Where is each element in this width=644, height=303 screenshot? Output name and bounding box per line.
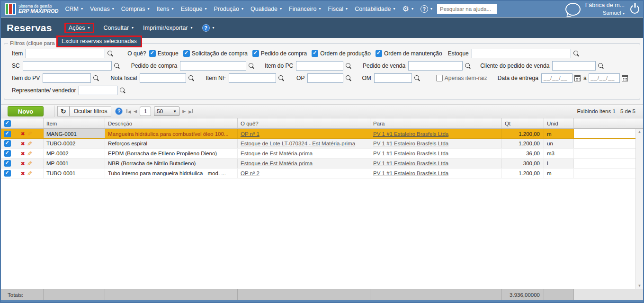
estoque-checkbox[interactable]: [149, 50, 156, 57]
scroll-down-icon[interactable]: ▼: [638, 284, 642, 288]
menu-contabilidade[interactable]: Contabilidade▾: [355, 6, 395, 12]
header-oque[interactable]: O quê?: [238, 118, 370, 128]
page-help-menu[interactable]: ? ▾: [202, 24, 215, 32]
para-link[interactable]: PV 1 #1 Estaleiro Brasfels Ltda: [373, 131, 448, 137]
search-icon[interactable]: [114, 62, 121, 70]
user-menu[interactable]: Samuel ▾: [585, 9, 625, 16]
nota-fiscal-filter-input[interactable]: [140, 73, 186, 83]
edit-pencil-icon[interactable]: ✎: [27, 140, 32, 147]
search-icon[interactable]: [93, 75, 100, 82]
edit-pencil-icon[interactable]: ✎: [27, 170, 32, 177]
pedido-venda-filter-input[interactable]: [408, 61, 463, 71]
search-icon[interactable]: [465, 62, 472, 70]
oque-link[interactable]: OP nº 2: [241, 170, 259, 176]
logout-power-icon[interactable]: [630, 5, 639, 14]
header-unid[interactable]: Unid: [544, 118, 574, 128]
calendar-icon[interactable]: [622, 75, 628, 81]
search-icon[interactable]: [414, 75, 421, 82]
delete-icon[interactable]: ✖: [21, 161, 25, 166]
table-row[interactable]: ✖✎ MANG-0001 Mangueira hidráulica para c…: [1, 129, 643, 139]
row-checkbox[interactable]: [4, 170, 11, 177]
row-checkbox[interactable]: [4, 131, 11, 137]
calendar-icon[interactable]: [574, 75, 581, 81]
item-nf-filter-input[interactable]: [229, 73, 276, 83]
first-page-button[interactable]: ◀: [126, 109, 131, 114]
row-checkbox[interactable]: [4, 140, 11, 147]
vertical-scrollbar[interactable]: ▲ ▼: [635, 129, 643, 289]
acoes-dropdown-item-excluir[interactable]: Excluir reservas selecionadas: [56, 36, 142, 47]
header-descricao[interactable]: Descrição: [105, 118, 238, 128]
app-logo[interactable]: Sistema de gestão ERP MAXIPROD: [5, 3, 59, 15]
help-search-input[interactable]: [437, 4, 497, 14]
header-qt[interactable]: Qt: [502, 118, 544, 128]
row-checkbox[interactable]: [4, 160, 11, 167]
search-icon[interactable]: [119, 87, 126, 94]
consultar-menu[interactable]: Consultar▾: [104, 25, 134, 31]
om-filter-input[interactable]: [374, 73, 412, 83]
menu-fiscal[interactable]: Fiscal▾: [328, 6, 348, 12]
delete-icon[interactable]: ✖: [21, 151, 25, 156]
menu-producao[interactable]: Produção▾: [214, 6, 244, 12]
cliente-pv-filter-input[interactable]: [552, 61, 596, 71]
novo-button[interactable]: Novo: [8, 106, 44, 116]
oque-link[interactable]: Estoque de Est Matéria-prima: [241, 160, 313, 166]
imprimir-exportar-menu[interactable]: Imprimir/exportar▾: [143, 25, 192, 31]
menu-qualidade[interactable]: Qualidade▾: [250, 6, 282, 12]
menu-vendas[interactable]: Vendas▾: [90, 6, 114, 12]
search-icon[interactable]: [248, 62, 255, 70]
chat-icon[interactable]: [565, 3, 581, 16]
pedido-compra-filter-input[interactable]: [180, 61, 246, 71]
edit-pencil-icon[interactable]: ✎: [27, 150, 32, 157]
refresh-button[interactable]: ↻: [57, 106, 70, 116]
ordem-manutencao-checkbox[interactable]: [376, 50, 382, 57]
filters-legend[interactable]: Filtros (clique para: [8, 40, 57, 46]
header-para[interactable]: Para: [370, 118, 502, 128]
para-link[interactable]: PV 1 #1 Estaleiro Brasfels Ltda: [373, 160, 448, 166]
estoque-filter-input[interactable]: [472, 49, 571, 58]
ordem-producao-checkbox[interactable]: [312, 50, 318, 57]
table-row[interactable]: ✖✎ TUBO-0002 Reforços espiral Estoque de…: [1, 139, 643, 149]
apenas-item-raiz-checkbox[interactable]: [436, 75, 443, 81]
search-icon[interactable]: [345, 75, 352, 82]
delete-icon[interactable]: ✖: [21, 171, 25, 176]
select-all-checkbox[interactable]: [4, 120, 11, 127]
table-row[interactable]: ✖✎ MP-0001 NBR (Borracha de Nitrilo Buta…: [1, 159, 643, 169]
settings-menu[interactable]: ⚙▾: [402, 5, 413, 13]
oque-link[interactable]: OP nº 1: [241, 131, 259, 137]
search-icon[interactable]: [278, 75, 285, 82]
page-number-input[interactable]: 1: [140, 107, 151, 116]
oque-link[interactable]: Estoque de Est Matéria-prima: [241, 151, 313, 156]
para-link[interactable]: PV 1 #1 Estaleiro Brasfels Ltda: [373, 151, 448, 156]
table-row[interactable]: ✖✎ MP-0002 EPDM (Borracha de Etileno Pro…: [1, 149, 643, 159]
help-menu[interactable]: ?▾: [420, 5, 432, 13]
solicitacao-compra-checkbox[interactable]: [183, 50, 190, 57]
grid-help-icon[interactable]: ?: [115, 107, 123, 115]
item-filter-input[interactable]: [26, 49, 105, 58]
para-link[interactable]: PV 1 #1 Estaleiro Brasfels Ltda: [373, 141, 448, 146]
page-size-select[interactable]: 50 ▼: [154, 107, 179, 116]
para-link[interactable]: PV 1 #1 Estaleiro Brasfels Ltda: [373, 170, 448, 176]
item-pc-filter-input[interactable]: [296, 61, 343, 71]
op-filter-input[interactable]: [307, 73, 343, 83]
row-checkbox[interactable]: [4, 150, 11, 157]
search-icon[interactable]: [345, 62, 352, 70]
menu-compras[interactable]: Compras▾: [121, 6, 150, 12]
delete-icon[interactable]: ✖: [21, 131, 25, 136]
company-name[interactable]: Fábrica de m...: [585, 2, 625, 9]
menu-financeiro[interactable]: Financeiro▾: [289, 6, 321, 12]
search-icon[interactable]: [573, 50, 580, 57]
delete-icon[interactable]: ✖: [21, 141, 25, 146]
last-page-button[interactable]: ▶: [188, 109, 193, 114]
menu-estoque[interactable]: Estoque▾: [181, 6, 207, 12]
oque-link[interactable]: Estoque de Lote LT-070324 - Est Matéria-…: [241, 141, 355, 146]
search-icon[interactable]: [107, 50, 114, 57]
header-item[interactable]: Item: [44, 118, 105, 128]
search-icon[interactable]: [188, 75, 195, 82]
acoes-menu[interactable]: Ações▾: [64, 23, 94, 33]
data-entrega-de-input[interactable]: __/__/__: [541, 73, 572, 83]
edit-pencil-icon[interactable]: ✎: [27, 160, 32, 167]
menu-crm[interactable]: CRM▾: [65, 6, 83, 12]
menu-itens[interactable]: Itens▾: [157, 6, 174, 12]
item-pv-filter-input[interactable]: [43, 73, 91, 83]
previous-page-button[interactable]: ◀: [134, 109, 137, 114]
